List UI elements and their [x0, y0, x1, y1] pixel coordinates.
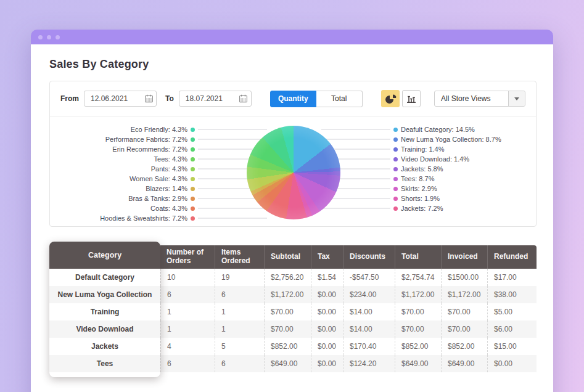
column-header-number-of-orders: Number of Orders: [160, 245, 215, 269]
table-cell: $15.00: [487, 338, 537, 355]
legend-label: Bras & Tanks: 2.9%: [50, 195, 187, 202]
legend-connector-line: [321, 208, 390, 209]
legend-item: Tees: 8.7%: [321, 174, 536, 184]
filter-toolbar: From 12.06.2021: [50, 81, 536, 116]
chevron-down-icon: [514, 97, 519, 100]
legend-label: Skirts: 2.9%: [401, 185, 536, 192]
legend-label: Jackets: 7.2%: [401, 205, 536, 212]
bar-chart-view-button[interactable]: [402, 90, 421, 107]
legend-item: Eco Friendly: 4.3%: [50, 125, 267, 134]
category-cell: Training: [49, 303, 160, 321]
table-cell: $2,754.74: [395, 269, 441, 286]
legend-connector-line: [321, 139, 390, 140]
legend-dot-icon: [191, 167, 195, 171]
legend-item: Deafult Category: 14.5%: [321, 125, 536, 134]
legend-label: New Luma Yoga Collection: 8.7%: [401, 136, 536, 143]
legend-item: Video Download: 1.4%: [321, 154, 536, 164]
window-dot-icon[interactable]: [47, 35, 51, 39]
table-cell: $852.00: [441, 338, 487, 355]
table-cell: 6: [160, 286, 215, 303]
legend-label: Women Sale: 4.3%: [50, 175, 187, 182]
dropdown-caret-box[interactable]: [508, 91, 525, 106]
table-cell: $6.00: [487, 321, 537, 338]
legend-label: Performance Fabrics: 7.2%: [50, 136, 187, 143]
legend-dot-icon: [191, 177, 195, 181]
pie-chart: [247, 126, 340, 219]
table-cell: $14.00: [343, 321, 395, 338]
legend-connector-line: [198, 129, 267, 130]
total-toggle-button[interactable]: Total: [316, 91, 363, 107]
legend-item: Jackets: 7.2%: [321, 203, 536, 213]
table-cell: $70.00: [395, 303, 441, 321]
category-cell: Tees: [49, 355, 160, 372]
legend-label: Tees: 8.7%: [401, 175, 536, 182]
legend-item: Performance Fabrics: 7.2%: [50, 134, 267, 144]
to-date-input[interactable]: 18.07.2021: [179, 91, 252, 107]
legend-dot-icon: [393, 197, 398, 201]
metric-toggle: Quantity Total: [270, 91, 363, 107]
legend-left: Eco Friendly: 4.3% Performance Fabrics: …: [50, 125, 267, 223]
column-header-subtotal: Subtotal: [264, 245, 311, 269]
legend-label: Jackets: 5.8%: [401, 165, 536, 173]
legend-dot-icon: [191, 216, 195, 221]
legend-label: Pants: 4.3%: [50, 165, 187, 173]
table-cell: 1: [215, 321, 264, 338]
legend-dot-icon: [393, 128, 398, 132]
legend-connector-line: [321, 129, 390, 130]
report-window: Sales By Category From 12.06.2021: [31, 30, 553, 392]
table-cell: $70.00: [264, 321, 311, 338]
table-cell: $852.00: [264, 338, 311, 355]
table-cell: $17.00: [487, 269, 537, 286]
legend-dot-icon: [191, 206, 195, 211]
table-cell: $1500.00: [441, 269, 487, 286]
legend-dot-icon: [191, 197, 195, 201]
legend-dot-icon: [393, 177, 398, 181]
to-label: To: [165, 94, 174, 103]
table-cell: $2,756.20: [264, 269, 311, 286]
sales-table-grid: Number of Orders Items Ordered Subtotal …: [160, 245, 537, 372]
chart-panel: From 12.06.2021: [49, 81, 537, 227]
legend-label: Video Download: 1.4%: [401, 155, 536, 163]
from-date-value: 12.06.2021: [84, 94, 141, 103]
legend-label: Coats: 4.3%: [50, 205, 187, 212]
category-cell: Default Category: [49, 269, 160, 286]
legend-dot-icon: [393, 137, 398, 142]
legend-label: Training: 1.4%: [401, 145, 536, 153]
table-cell: $1,172.00: [441, 286, 487, 303]
legend-right: Deafult Category: 14.5% New Luma Yoga Co…: [321, 125, 536, 213]
column-header-items-ordered: Items Ordered: [215, 245, 264, 269]
store-view-selected-value: All Store Views: [435, 94, 508, 103]
to-date-value: 18.07.2021: [179, 94, 236, 103]
legend-dot-icon: [191, 137, 195, 142]
window-dot-icon[interactable]: [38, 35, 43, 39]
table-cell: 19: [215, 269, 264, 286]
calendar-icon[interactable]: [141, 94, 156, 103]
column-header-discounts: Discounts: [343, 245, 395, 269]
table-cell: 5: [215, 338, 264, 355]
table-cell: -$547.50: [343, 269, 395, 286]
pie-chart-view-button[interactable]: [381, 90, 400, 107]
column-header-refunded: Refunded: [487, 245, 537, 269]
legend-item: Training: 1.4%: [321, 144, 536, 154]
legend-dot-icon: [393, 147, 398, 152]
legend-connector-line: [198, 139, 267, 140]
column-header-category: Category: [49, 242, 160, 269]
table-cell: 6: [215, 355, 264, 372]
from-date-input[interactable]: 12.06.2021: [84, 91, 157, 107]
quantity-toggle-button[interactable]: Quantity: [270, 91, 316, 107]
store-view-select[interactable]: All Store Views: [434, 91, 525, 107]
table-cell: $649.00: [441, 355, 487, 372]
table-cell: $38.00: [487, 286, 537, 303]
table-cell: $649.00: [264, 355, 311, 372]
table-cell: $0.00: [311, 355, 343, 372]
legend-item: Shorts: 1.9%: [321, 194, 536, 203]
bar-chart-icon: [406, 94, 416, 104]
legend-dot-icon: [393, 157, 398, 161]
calendar-icon[interactable]: [236, 94, 251, 103]
window-titlebar: [31, 30, 553, 44]
table-cell: $14.00: [343, 303, 395, 321]
window-dot-icon[interactable]: [56, 35, 60, 39]
legend-item: Coats: 4.3%: [50, 203, 267, 213]
category-cell: Jackets: [49, 338, 160, 355]
table-cell: 1: [160, 321, 215, 338]
